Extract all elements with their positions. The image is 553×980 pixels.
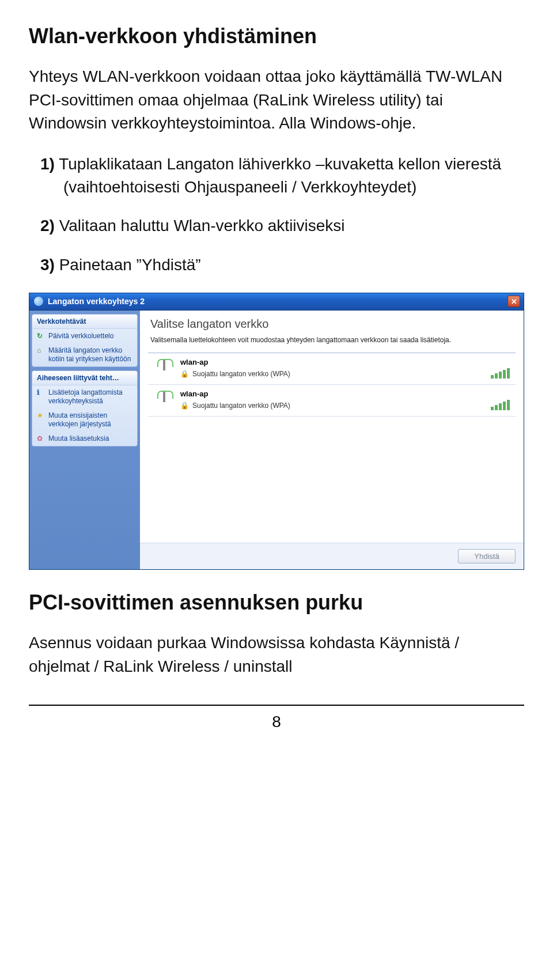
home-icon xyxy=(37,346,45,354)
sidebar: Verkkotehtävät Päivitä verkkoluettelo Mä… xyxy=(29,311,140,569)
window-title-bar: Langaton verkkoyhteys 2 ✕ xyxy=(29,293,524,311)
step-1: 1) Tuplaklikataan Langaton lähiverkko –k… xyxy=(29,153,524,199)
step-2-text: Valitaan haluttu Wlan-verkko aktiiviseks… xyxy=(59,217,345,234)
signal-icon xyxy=(156,389,172,404)
step-1-number: 1) xyxy=(40,155,55,173)
screenshot-wireless-dialog: Langaton verkkoyhteys 2 ✕ Verkkotehtävät… xyxy=(29,293,524,570)
network-security: Suojattu langaton verkko (WPA) xyxy=(192,402,290,410)
connect-button[interactable]: Yhdistä xyxy=(458,549,516,563)
sidebar-item-label: Lisätietoja langattomista verkkoyhteyksi… xyxy=(48,388,132,406)
wireless-icon xyxy=(34,297,43,306)
sidebar-item-setup-network[interactable]: Määritä langaton verkko kotiin tai yrity… xyxy=(32,343,137,366)
signal-bars-icon xyxy=(491,368,510,379)
network-name: wlan-ap xyxy=(180,389,476,398)
sidebar-item-label: Muuta ensisijaisten verkkojen järjestyst… xyxy=(48,411,132,429)
step-2-number: 2) xyxy=(40,217,55,234)
sidebar-item-label: Muuta lisäasetuksia xyxy=(48,434,109,443)
sidebar-item-label: Päivitä verkkoluettelo xyxy=(48,332,113,340)
network-list[interactable]: wlan-ap Suojattu langaton verkko (WPA) w… xyxy=(148,353,516,543)
sidebar-item-change-order[interactable]: Muuta ensisijaisten verkkojen järjestyst… xyxy=(32,408,137,432)
main-description: Valitsemalla luettelokohteen voit muodos… xyxy=(150,335,513,345)
sidebar-item-label: Määritä langaton verkko kotiin tai yrity… xyxy=(48,346,132,364)
step-3-text: Painetaan ”Yhdistä” xyxy=(59,256,201,274)
section-heading-uninstall: PCI-sovittimen asennuksen purku xyxy=(29,589,524,615)
bottom-bar: Yhdistä xyxy=(140,543,524,569)
close-button[interactable]: ✕ xyxy=(507,296,520,307)
main-pane: Valitse langaton verkko Valitsemalla lue… xyxy=(140,311,524,569)
sidebar-header-tasks: Verkkotehtävät xyxy=(32,315,137,329)
main-title: Valitse langaton verkko xyxy=(150,317,513,331)
horizontal-rule xyxy=(29,705,524,706)
step-3: 3) Painetaan ”Yhdistä” xyxy=(29,253,524,277)
refresh-icon xyxy=(37,332,45,340)
intro-paragraph: Yhteys WLAN-verkkoon voidaan ottaa joko … xyxy=(29,65,524,135)
settings-icon xyxy=(37,434,45,442)
network-security: Suojattu langaton verkko (WPA) xyxy=(192,370,290,378)
section-heading: Wlan-verkkoon yhdistäminen xyxy=(29,23,524,49)
page-number: 8 xyxy=(29,713,524,731)
network-item[interactable]: wlan-ap Suojattu langaton verkko (WPA) xyxy=(148,385,516,417)
step-1-text: Tuplaklikataan Langaton lähiverkko –kuva… xyxy=(59,155,501,196)
sidebar-item-more-info[interactable]: Lisätietoja langattomista verkkoyhteyksi… xyxy=(32,385,137,408)
uninstall-paragraph: Asennus voidaan purkaa Windowsissa kohda… xyxy=(29,631,524,678)
sidebar-item-refresh[interactable]: Päivitä verkkoluettelo xyxy=(32,329,137,343)
sidebar-group-tasks: Verkkotehtävät Päivitä verkkoluettelo Mä… xyxy=(32,314,138,367)
close-icon: ✕ xyxy=(511,297,517,306)
signal-bars-icon xyxy=(491,400,510,410)
signal-icon xyxy=(156,358,172,373)
lock-icon xyxy=(180,370,189,378)
step-2: 2) Valitaan haluttu Wlan-verkko aktiivis… xyxy=(29,214,524,237)
lock-icon xyxy=(180,402,189,410)
sidebar-group-related: Aiheeseen liittyvät teht… Lisätietoja la… xyxy=(32,370,138,447)
sidebar-item-advanced[interactable]: Muuta lisäasetuksia xyxy=(32,432,137,446)
step-3-number: 3) xyxy=(40,256,55,274)
network-item[interactable]: wlan-ap Suojattu langaton verkko (WPA) xyxy=(148,353,516,385)
info-icon xyxy=(37,388,45,396)
star-icon xyxy=(37,411,45,419)
network-name: wlan-ap xyxy=(180,358,476,366)
sidebar-header-related: Aiheeseen liittyvät teht… xyxy=(32,371,137,385)
window-title: Langaton verkkoyhteys 2 xyxy=(48,297,145,306)
